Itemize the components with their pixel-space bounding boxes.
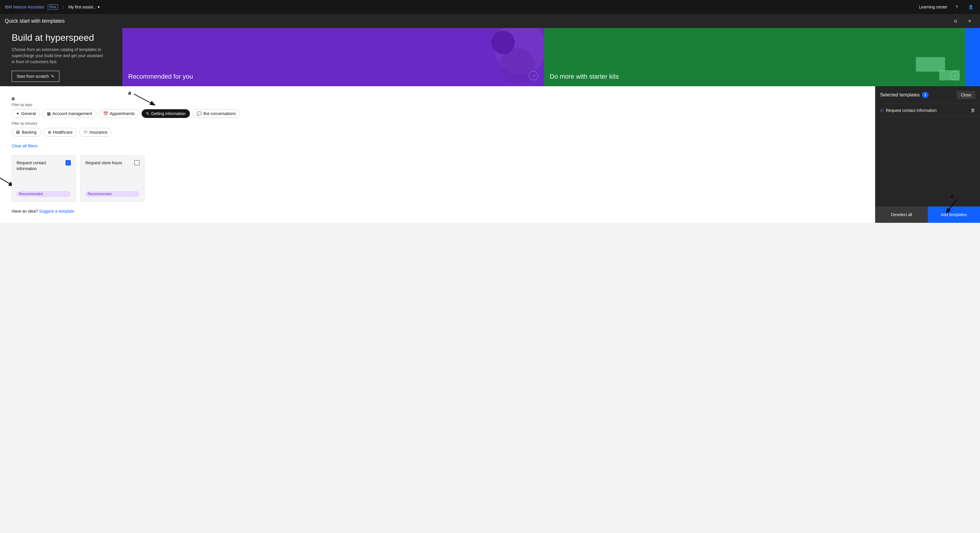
bot-icon: 💬 xyxy=(197,111,202,116)
starter-kits-card[interactable]: Do more with starter kits → xyxy=(544,28,966,86)
insurance-icon: 🛡 xyxy=(84,130,88,135)
close-sidebar-button[interactable]: Close xyxy=(957,91,975,99)
svg-line-0 xyxy=(0,177,13,186)
clear-filters-link[interactable]: Clear all filters xyxy=(12,143,38,148)
template-title-store-hours: Request store hours xyxy=(85,160,134,166)
suggestion-text: Have an idea? xyxy=(12,209,38,213)
deselect-all-button[interactable]: Deselect all xyxy=(875,207,928,223)
annotation-a: a xyxy=(12,95,14,101)
chip-getting-information[interactable]: ✎ Getting information xyxy=(142,109,190,118)
top-navigation: IBM Watson Assistant Plus | My first ass… xyxy=(0,0,980,14)
chip-appointments-label: Appointments xyxy=(110,111,135,116)
brand-name: IBM Watson Assistant xyxy=(5,5,44,9)
industry-chips: 🏛 Banking ⊕ Healthcare 🛡 Insurance xyxy=(12,128,864,137)
circle-decoration-3 xyxy=(492,31,515,54)
main-area: a Filter by topic ✦ General ▦ Account ma… xyxy=(0,86,980,223)
chip-bot-conversations[interactable]: 💬 Bot conversations xyxy=(192,109,240,118)
third-card[interactable] xyxy=(966,28,980,86)
template-badge-1: Recommended xyxy=(17,191,71,197)
close-icon[interactable]: ✕ xyxy=(964,15,975,27)
banking-icon: 🏛 xyxy=(16,130,20,135)
svg-line-1 xyxy=(947,199,957,213)
chip-general[interactable]: ✦ General xyxy=(12,109,40,118)
hero-description: Choose from an extensive catalog of temp… xyxy=(12,46,105,65)
brand-text: IBM Watson Assistant xyxy=(5,5,44,9)
nav-right-section: Learning center ? 👤 xyxy=(919,2,975,12)
sidebar-header: Selected templates 1 Close xyxy=(875,86,980,104)
help-icon[interactable]: ? xyxy=(952,2,961,12)
sidebar-list: ◇ Request contact information 🗑 xyxy=(875,104,980,207)
suggestion-section: Have an idea? Suggest a template xyxy=(12,209,864,213)
sidebar-footer-wrapper: c Deselect all Add templates xyxy=(875,207,980,223)
filter-by-topic: Filter by topic ✦ General ▦ Account mana… xyxy=(12,103,864,118)
delete-item-icon[interactable]: 🗑 xyxy=(970,108,975,113)
content-area: a Filter by topic ✦ General ▦ Account ma… xyxy=(0,86,875,223)
template-title-request-contact: Request contact information xyxy=(17,160,65,172)
template-icon: ◇ xyxy=(880,107,884,113)
hero-title: Build at hyperspeed xyxy=(12,32,111,43)
nav-divider: | xyxy=(63,5,64,9)
sidebar-panel: Selected templates 1 Close ◇ Request con… xyxy=(875,86,980,223)
general-icon: ✦ xyxy=(16,111,19,116)
annotation-c: c xyxy=(951,193,954,199)
plan-badge: Plus xyxy=(48,4,58,10)
template-checkbox-request-contact[interactable] xyxy=(65,160,71,165)
modal-header: Quick start with templates ⊡ ✕ xyxy=(0,14,980,28)
template-checkbox-store-hours[interactable] xyxy=(134,160,140,165)
sidebar-footer: Deselect all Add templates xyxy=(875,207,980,223)
account-management-icon: ▦ xyxy=(47,111,51,116)
getting-info-icon: ✎ xyxy=(146,111,150,116)
assistant-name: My first assist... xyxy=(68,5,96,9)
green-block-1 xyxy=(916,57,945,72)
template-badge-2: Recommended xyxy=(85,191,140,197)
expand-icon[interactable]: ⊡ xyxy=(950,15,961,27)
chip-banking[interactable]: 🏛 Banking xyxy=(12,128,41,137)
template-card-header: Request contact information xyxy=(17,160,71,172)
recommended-card[interactable]: Recommended for you → xyxy=(123,28,544,86)
sidebar-title: Selected templates xyxy=(880,92,920,97)
sidebar-title-area: Selected templates 1 xyxy=(880,92,928,98)
chip-banking-label: Banking xyxy=(22,130,37,135)
filter-by-industry: Filter by industry 🏛 Banking ⊕ Healthcar… xyxy=(12,121,864,137)
chip-account-management-label: Account management xyxy=(52,111,92,116)
filter-industry-label: Filter by industry xyxy=(12,121,864,126)
template-card-store-hours[interactable]: Request store hours Recommended xyxy=(80,155,145,202)
recommended-card-title: Recommended for you xyxy=(128,73,538,80)
learning-center-link[interactable]: Learning center xyxy=(919,5,947,9)
templates-section: b Request contact information Recommende… xyxy=(12,155,864,202)
chip-account-management[interactable]: ▦ Account management xyxy=(43,109,96,118)
sidebar-item-left: ◇ Request contact information xyxy=(880,107,937,113)
chip-bot-conversations-label: Bot conversations xyxy=(203,111,235,116)
chevron-down-icon: ▾ xyxy=(98,5,100,9)
start-scratch-label: Start from scratch xyxy=(17,74,49,79)
suggest-template-link[interactable]: Suggest a template xyxy=(39,209,74,213)
assistant-selector[interactable]: My first assist... ▾ xyxy=(68,5,100,9)
template-card-header-2: Request store hours xyxy=(85,160,140,166)
hero-section: Build at hyperspeed Choose from an exten… xyxy=(0,28,980,86)
chip-general-label: General xyxy=(21,111,36,116)
edit-icon: ✎ xyxy=(51,74,54,79)
chip-getting-information-label: Getting information xyxy=(151,111,186,116)
chip-healthcare[interactable]: ⊕ Healthcare xyxy=(43,128,77,137)
templates-grid: Request contact information Recommended … xyxy=(12,155,864,202)
chip-insurance[interactable]: 🛡 Insurance xyxy=(79,128,111,137)
healthcare-icon: ⊕ xyxy=(48,130,51,135)
selected-count-badge: 1 xyxy=(922,92,928,98)
chip-insurance-label: Insurance xyxy=(89,130,107,135)
start-from-scratch-button[interactable]: Start from scratch ✎ xyxy=(12,71,59,82)
starter-kits-card-arrow: → xyxy=(950,71,959,80)
appointments-icon: 📅 xyxy=(103,111,108,116)
sidebar-item-name: Request contact information xyxy=(886,108,937,113)
starter-kits-card-title: Do more with starter kits xyxy=(550,73,959,80)
annotation-c-arrow xyxy=(945,199,963,217)
hero-cards: Recommended for you → Do more with start… xyxy=(123,28,980,86)
chip-healthcare-label: Healthcare xyxy=(53,130,73,135)
topic-chips: ✦ General ▦ Account management 📅 Appoint… xyxy=(12,109,864,118)
template-card-request-contact[interactable]: Request contact information Recommended xyxy=(12,155,76,202)
recommended-card-arrow: → xyxy=(529,71,538,80)
modal-title: Quick start with templates xyxy=(5,18,65,24)
sidebar-item: ◇ Request contact information 🗑 xyxy=(875,104,980,117)
user-icon[interactable]: 👤 xyxy=(966,2,975,12)
chip-appointments[interactable]: 📅 Appointments xyxy=(99,109,139,118)
hero-left-content: Build at hyperspeed Choose from an exten… xyxy=(0,28,123,86)
